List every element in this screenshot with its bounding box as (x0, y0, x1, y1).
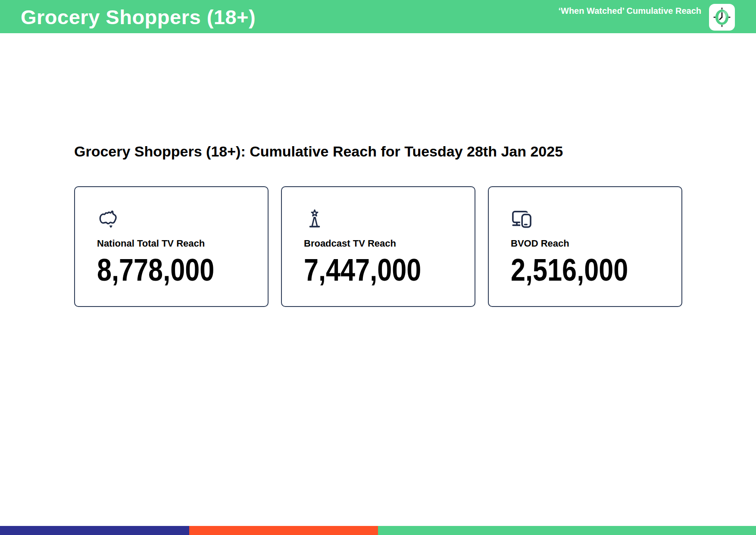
clock-icon (713, 7, 731, 28)
kpi-label: National Total TV Reach (97, 238, 255, 249)
footer-bar (0, 526, 756, 535)
footer-segment-orange (189, 526, 378, 535)
report-page: Grocery Shoppers (18+) ‘When Watched’ Cu… (0, 0, 756, 535)
app-logo (709, 4, 735, 31)
tv-and-phone-devices-icon (511, 208, 532, 230)
kpi-card-broadcast-tv-reach: Broadcast TV Reach 7,447,000 (281, 186, 475, 307)
kpi-label: Broadcast TV Reach (304, 238, 462, 249)
footer-segment-blue (0, 526, 189, 535)
australia-map-icon (97, 208, 119, 230)
kpi-label: BVOD Reach (511, 238, 669, 249)
kpi-card-national-total-tv-reach: National Total TV Reach 8,778,000 (74, 186, 269, 307)
kpi-value: 7,447,000 (304, 254, 438, 285)
report-heading: Grocery Shoppers (18+): Cumulative Reach… (74, 143, 563, 160)
broadcast-tower-icon (304, 208, 325, 230)
kpi-card-bvod-reach: BVOD Reach 2,516,000 (488, 186, 682, 307)
header-tagline: ‘When Watched’ Cumulative Reach (558, 6, 701, 16)
kpi-value: 2,516,000 (511, 254, 645, 285)
kpi-card-row: National Total TV Reach 8,778,000 Broadc… (74, 186, 682, 307)
kpi-value: 8,778,000 (97, 254, 231, 285)
app-header: Grocery Shoppers (18+) ‘When Watched’ Cu… (0, 0, 756, 33)
page-title: Grocery Shoppers (18+) (21, 5, 256, 28)
footer-segment-green (378, 526, 756, 535)
